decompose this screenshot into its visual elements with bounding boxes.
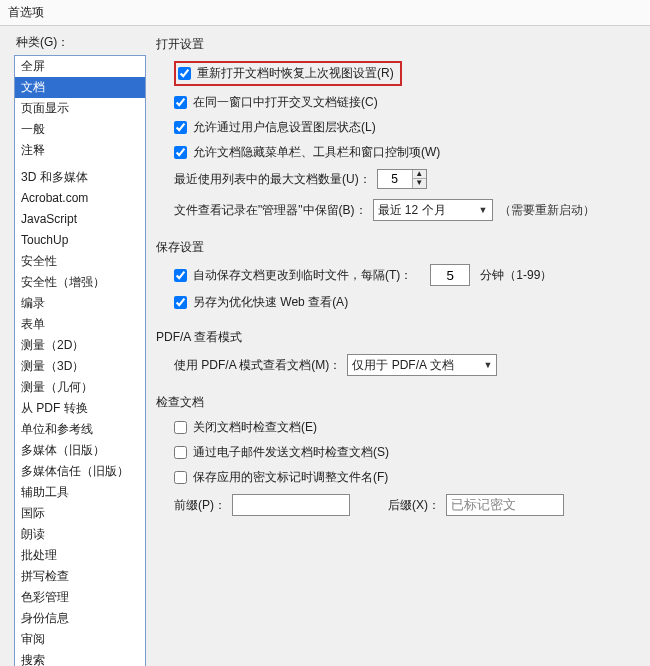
restore-view-label: 重新打开文档时恢复上次视图设置(R)	[197, 65, 394, 82]
prefix-input[interactable]	[232, 494, 350, 516]
category-item[interactable]: 单位和参考线	[15, 419, 145, 440]
same-window-links-label: 在同一窗口中打开交叉文档链接(C)	[193, 94, 378, 111]
category-item[interactable]: 身份信息	[15, 608, 145, 629]
category-item[interactable]: 全屏	[15, 56, 145, 77]
chevron-down-icon: ▼	[479, 205, 488, 215]
hide-menus-checkbox[interactable]	[174, 146, 187, 159]
autosave-label-suffix: 分钟（1-99）	[480, 267, 552, 284]
category-list[interactable]: 全屏文档页面显示一般注释3D 和多媒体Acrobat.comJavaScript…	[14, 55, 146, 666]
category-item[interactable]: 安全性（增强）	[15, 272, 145, 293]
category-item[interactable]: 搜索	[15, 650, 145, 666]
inspect-on-email-checkbox[interactable]	[174, 446, 187, 459]
category-item[interactable]: 3D 和多媒体	[15, 167, 145, 188]
inspect-on-close-label: 关闭文档时检查文档(E)	[193, 419, 317, 436]
category-item[interactable]: Acrobat.com	[15, 188, 145, 209]
hide-menus-label: 允许文档隐藏菜单栏、工具栏和窗口控制项(W)	[193, 144, 440, 161]
history-keep-value: 最近 12 个月	[378, 202, 446, 219]
group-open-title: 打开设置	[156, 36, 636, 53]
inspect-on-close-checkbox[interactable]	[174, 421, 187, 434]
recent-max-label: 最近使用列表中的最大文档数量(U)：	[174, 171, 371, 188]
window-title: 首选项	[0, 0, 650, 26]
category-item[interactable]: 表单	[15, 314, 145, 335]
user-info-layer-checkbox[interactable]	[174, 121, 187, 134]
category-item[interactable]: 从 PDF 转换	[15, 398, 145, 419]
category-item[interactable]: 色彩管理	[15, 587, 145, 608]
category-item[interactable]: 多媒体信任（旧版）	[15, 461, 145, 482]
category-item[interactable]: JavaScript	[15, 209, 145, 230]
category-item[interactable]: 拼写检查	[15, 566, 145, 587]
recent-max-input[interactable]	[378, 170, 412, 188]
autosave-checkbox[interactable]	[174, 269, 187, 282]
category-item[interactable]: 多媒体（旧版）	[15, 440, 145, 461]
suffix-input[interactable]	[446, 494, 564, 516]
category-item[interactable]: 页面显示	[15, 98, 145, 119]
category-label: 种类(G)：	[14, 34, 146, 51]
autosave-label-prefix: 自动保存文档更改到临时文件，每隔(T)：	[193, 267, 412, 284]
history-keep-label: 文件查看记录在"管理器"中保留(B)：	[174, 202, 367, 219]
fast-web-view-checkbox[interactable]	[174, 296, 187, 309]
chevron-down-icon: ▼	[483, 360, 492, 370]
suffix-label: 后缀(X)：	[388, 497, 440, 514]
restore-view-highlight: 重新打开文档时恢复上次视图设置(R)	[174, 61, 402, 86]
autosave-minutes-input[interactable]	[430, 264, 470, 286]
pdfa-mode-select[interactable]: 仅用于 PDF/A 文档 ▼	[347, 354, 497, 376]
category-item[interactable]: 审阅	[15, 629, 145, 650]
restore-view-checkbox[interactable]	[178, 67, 191, 80]
category-item[interactable]: 朗读	[15, 524, 145, 545]
inspect-on-email-label: 通过电子邮件发送文档时检查文档(S)	[193, 444, 389, 461]
group-save-title: 保存设置	[156, 239, 636, 256]
spinner-down-icon[interactable]: ▼	[413, 179, 426, 188]
category-item[interactable]: 一般	[15, 119, 145, 140]
category-item[interactable]: 测量（3D）	[15, 356, 145, 377]
category-item[interactable]: 测量（几何）	[15, 377, 145, 398]
category-item[interactable]: 安全性	[15, 251, 145, 272]
category-item[interactable]: 测量（2D）	[15, 335, 145, 356]
pdfa-mode-label: 使用 PDF/A 模式查看文档(M)：	[174, 357, 341, 374]
history-keep-select[interactable]: 最近 12 个月 ▼	[373, 199, 493, 221]
prefix-label: 前缀(P)：	[174, 497, 226, 514]
history-restart-note: （需要重新启动）	[499, 202, 595, 219]
recent-max-spinner[interactable]: ▲ ▼	[377, 169, 427, 189]
category-item[interactable]: 文档	[15, 77, 145, 98]
pdfa-mode-value: 仅用于 PDF/A 文档	[352, 357, 453, 374]
fast-web-view-label: 另存为优化快速 Web 查看(A)	[193, 294, 348, 311]
category-item[interactable]: 编录	[15, 293, 145, 314]
adjust-filename-checkbox[interactable]	[174, 471, 187, 484]
group-pdfa-title: PDF/A 查看模式	[156, 329, 636, 346]
category-item[interactable]: 注释	[15, 140, 145, 161]
category-item[interactable]: 国际	[15, 503, 145, 524]
adjust-filename-label: 保存应用的密文标记时调整文件名(F)	[193, 469, 388, 486]
same-window-links-checkbox[interactable]	[174, 96, 187, 109]
group-inspect-title: 检查文档	[156, 394, 636, 411]
category-item[interactable]: 批处理	[15, 545, 145, 566]
category-item[interactable]: TouchUp	[15, 230, 145, 251]
user-info-layer-label: 允许通过用户信息设置图层状态(L)	[193, 119, 376, 136]
category-item[interactable]: 辅助工具	[15, 482, 145, 503]
